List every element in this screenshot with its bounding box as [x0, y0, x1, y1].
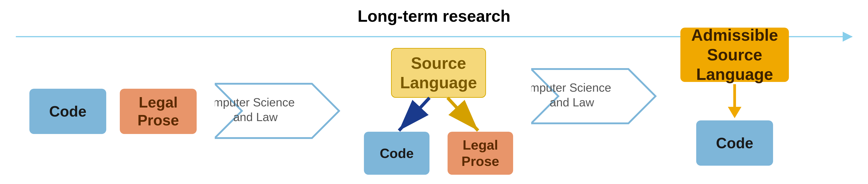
diagram-container: Long-term research Code LegalProse Compu… — [0, 0, 868, 184]
section-left: Code LegalProse — [29, 89, 197, 134]
v-arrow-head — [728, 107, 741, 118]
diagonal-arrows-svg — [360, 96, 518, 136]
section-middle: SourceLanguage Code — [360, 48, 518, 175]
page-title: Long-term research — [358, 7, 510, 25]
legal-prose-box-left: LegalProse — [120, 89, 197, 134]
timeline-arrowhead — [843, 32, 852, 42]
code-box-middle: Code — [364, 132, 430, 175]
v-arrow-line — [733, 84, 736, 107]
chevron-svg-2: Computer Science and Law — [531, 62, 667, 130]
admissible-source-language-box: AdmissibleSource Language — [680, 28, 789, 82]
svg-text:and Law: and Law — [233, 110, 278, 124]
svg-text:and Law: and Law — [550, 96, 594, 109]
source-language-box: SourceLanguage — [391, 48, 486, 98]
chevron-svg-1: Computer Science and Law — [215, 77, 350, 145]
middle-boxes: Code LegalProse — [364, 132, 513, 175]
svg-line-6 — [447, 98, 478, 131]
svg-text:Computer Science: Computer Science — [531, 81, 611, 94]
code-box-right: Code — [696, 121, 773, 166]
vertical-arrow — [728, 84, 741, 118]
content-row: Code LegalProse Computer Science and Law… — [16, 48, 852, 175]
code-box-left: Code — [29, 89, 106, 134]
legal-prose-box-middle: LegalProse — [447, 132, 513, 175]
chevron-arrow-1: Computer Science and Law — [215, 77, 350, 146]
chevron-arrow-2: Computer Science and Law — [531, 62, 667, 131]
section-right: AdmissibleSource Language Code — [680, 28, 789, 166]
svg-line-5 — [399, 98, 430, 131]
svg-text:Computer Science: Computer Science — [215, 96, 295, 109]
